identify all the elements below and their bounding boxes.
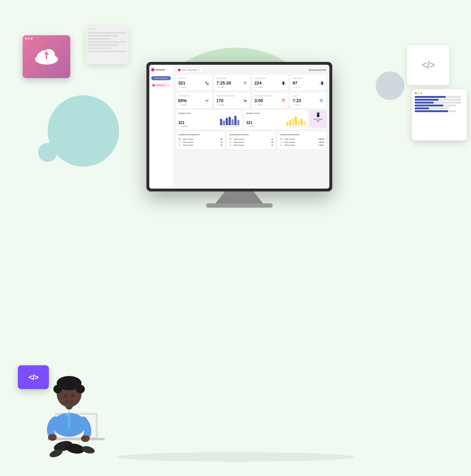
lb-title: Leaderboard Inbound··· [229,134,273,136]
stat-label: Total Answered··· [178,95,210,97]
trend-dots: ··· [237,112,239,115]
activity-bar [234,116,237,125]
stat-label: Avg. In...··· [293,95,324,97]
duration-bar [297,120,300,125]
stat-icon: 📞 [204,81,210,86]
mini-bar-blue [415,107,429,109]
mini-bar-gray [447,96,461,98]
chart-day-label: WED [292,126,294,127]
dot2 [28,38,30,39]
lb-name: Mille Knudsen [285,138,314,140]
svg-point-21 [64,394,67,398]
lb-row: 2nd Mille Knudsen 25 [229,141,273,143]
stat-change: + 3.49% [254,104,286,106]
stat-change: + 3.1% [293,104,324,106]
sidebar-label-dashboard: Dashboard [155,84,165,86]
lb-title: Leaderboard Outbound··· [178,134,222,136]
lb-score: 31 [264,138,273,140]
monitor-base [206,203,273,208]
stat-card-total-inbound: Total Inbound··· 97 📲 + 3.1% [290,75,326,90]
stat-value-row: 321 📞 [178,81,210,86]
lb-score: 1:30:21 [314,144,324,146]
monitor-screen: salestrail + Invite Colleagues Dashboard [149,65,329,188]
stat-icon: ⏱ [243,81,248,86]
leaderboard-card-0: Leaderboard Outbound··· 🏆 Mille Knudsen … [176,131,225,149]
stat-dots: ··· [283,77,286,80]
dashboard-icon [153,84,154,86]
document-window [86,26,129,64]
lb-rank: 🏆 [229,138,234,140]
code-tag-text: </> [422,59,435,71]
stat-change: + 3.69% [178,86,210,88]
chart-day-label: THU [229,126,231,127]
lb-name: Mille Knudsen [234,141,263,143]
stat-card2-0: Total Answered··· 65% ✔ + 3.69% [176,92,212,108]
chart-day-label: FRI [232,126,234,127]
lb-score: 25 [264,141,273,143]
lb-name: Mille Knudsen [183,141,213,143]
stat-label: Total Inbound··· [293,77,324,80]
duration-bar [292,118,294,125]
mini-chart-row [415,104,464,106]
stat-card2-3: Avg. In...··· 7:23 ⏱ + 3.1% [290,92,326,108]
lb-title: Leaderboard Duration··· [280,134,324,136]
stat-card2-2: Avg. Outbound Duration··· 3:05 ⏰ + 3.49% [252,92,288,108]
stat-value-row: 97 📲 [293,81,324,86]
duration-bar [286,122,288,125]
date-selector[interactable]: April - May 2020 ▼ [176,68,202,72]
doc-line [88,47,111,49]
stat-value-row: 7:23 ⏱ [293,98,324,103]
stat-label: Unique Numbers Called··· [216,95,248,97]
stat-card-total-outbound: Total Outbound··· 224 📱 + 3.69% [252,75,288,90]
cloud-upload-window [23,35,70,78]
chart-day-label: TUE [289,126,291,127]
stat-value: 170 [216,98,224,103]
dot1 [88,28,90,30]
chart-day-label: SAT [300,126,303,127]
dot1 [25,38,27,39]
stat-change: + 3.69% [254,86,286,88]
mobile-app-card[interactable]: 📱 Get mobile app [310,110,326,128]
top-bar: April - May 2020 ▼ Maria Sundström [176,68,326,72]
doc-line [88,41,126,43]
invite-colleagues-button[interactable]: + Invite Colleagues [151,76,171,80]
lb-score: 42 [213,141,222,143]
stat-change: + 3.1% [293,86,324,88]
activity-bar [232,119,234,125]
lb-score: 23 [213,144,222,146]
lb-dots: ··· [321,134,324,136]
mini-bar-gray [430,107,449,109]
lb-name: Mille Knudsen [183,138,213,140]
lb-rank: 🏆 [178,138,183,140]
stat-label: Total Calls··· [178,77,210,80]
lb-row: 3rd Mille Knudsen 23 [178,144,222,146]
mini-bar-blue [415,102,434,103]
chart-day-label: SUN [237,126,239,127]
lb-score: 13 [264,144,273,146]
chart-day-label: MON [220,126,222,127]
duration-trend-title: Duration Trend ··· [246,112,305,115]
lb-rank: 3rd [229,144,234,146]
window-dots-gray [88,28,126,30]
chart-day-label: SUN [303,126,305,127]
stats-row-1: Total Calls··· 321 📞 + 3.69% Total Durat… [176,75,326,90]
calendar-icon [178,69,180,71]
lb-dots: ··· [220,134,222,136]
bg-circle-small [48,95,119,167]
stat-value: 3:05 [254,98,263,103]
chart-day-label: THU [295,126,297,127]
activity-trend-value: 321 [178,121,188,125]
mini-bar-blue [415,99,439,101]
stat-dots: ··· [283,95,286,97]
trends-section: Activity Trend ··· 321 ↗ + 3.4988% [176,110,326,130]
stat-value-row: 170 ★ [216,98,248,103]
stat-value: 321 [178,81,185,86]
stat-value-row: 3:05 ⏰ [254,98,286,103]
activity-bar-chart-container: MONTUEWEDTHUFRISATSUN [220,116,239,127]
stat-change: + 3.69% [178,104,210,106]
svg-rect-23 [66,410,69,416]
duration-trend-change: ↗ + 3.49% [246,125,254,127]
svg-point-22 [71,394,74,398]
stat-value: 224 [254,81,262,86]
sidebar-item-dashboard[interactable]: Dashboard [151,83,171,87]
